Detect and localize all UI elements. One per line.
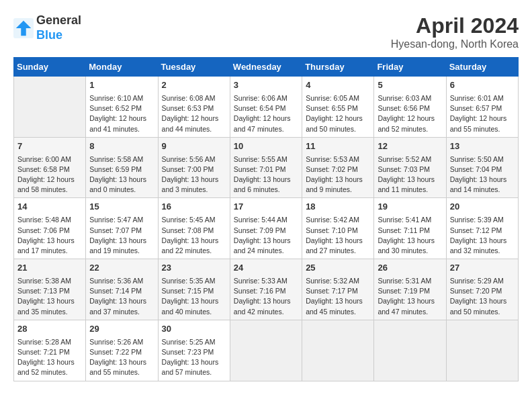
day-number: 4 xyxy=(306,79,370,92)
day-number: 30 xyxy=(162,323,226,336)
calendar-table: SundayMondayTuesdayWednesdayThursdayFrid… xyxy=(13,57,519,381)
day-sun-info: Sunrise: 5:26 AMSunset: 7:22 PMDaylight:… xyxy=(89,337,154,378)
calendar-cell: 19Sunrise: 5:41 AMSunset: 7:11 PMDayligh… xyxy=(374,198,446,259)
calendar-cell: 7Sunrise: 6:00 AMSunset: 6:58 PMDaylight… xyxy=(14,137,86,198)
day-number: 25 xyxy=(306,262,370,275)
day-sun-info: Sunrise: 6:10 AMSunset: 6:52 PMDaylight:… xyxy=(89,93,154,134)
calendar-week-row: 21Sunrise: 5:38 AMSunset: 7:13 PMDayligh… xyxy=(14,259,519,320)
calendar-subtitle: Hyesan-dong, North Korea xyxy=(391,38,519,50)
day-sun-info: Sunrise: 5:48 AMSunset: 7:06 PMDaylight:… xyxy=(17,215,82,256)
day-number: 19 xyxy=(378,201,442,214)
day-number: 14 xyxy=(17,201,82,214)
day-sun-info: Sunrise: 5:31 AMSunset: 7:19 PMDaylight:… xyxy=(378,276,442,317)
day-sun-info: Sunrise: 6:03 AMSunset: 6:56 PMDaylight:… xyxy=(378,93,442,134)
day-sun-info: Sunrise: 5:53 AMSunset: 7:02 PMDaylight:… xyxy=(306,154,370,195)
calendar-cell: 14Sunrise: 5:48 AMSunset: 7:06 PMDayligh… xyxy=(14,198,86,259)
day-number: 26 xyxy=(378,262,442,275)
day-sun-info: Sunrise: 5:25 AMSunset: 7:23 PMDaylight:… xyxy=(162,337,226,378)
day-number: 10 xyxy=(234,140,298,153)
day-number: 27 xyxy=(450,262,515,275)
title-block: April 2024 Hyesan-dong, North Korea xyxy=(391,13,519,50)
calendar-cell: 11Sunrise: 5:53 AMSunset: 7:02 PMDayligh… xyxy=(302,137,374,198)
day-number: 12 xyxy=(378,140,442,153)
calendar-cell: 30Sunrise: 5:25 AMSunset: 7:23 PMDayligh… xyxy=(158,320,230,381)
day-sun-info: Sunrise: 6:06 AMSunset: 6:54 PMDaylight:… xyxy=(234,93,298,134)
day-sun-info: Sunrise: 5:41 AMSunset: 7:11 PMDaylight:… xyxy=(378,215,442,256)
calendar-week-row: 14Sunrise: 5:48 AMSunset: 7:06 PMDayligh… xyxy=(14,198,519,259)
day-sun-info: Sunrise: 6:01 AMSunset: 6:57 PMDaylight:… xyxy=(450,93,515,134)
calendar-cell: 3Sunrise: 6:06 AMSunset: 6:54 PMDaylight… xyxy=(230,77,302,138)
calendar-cell: 24Sunrise: 5:33 AMSunset: 7:16 PMDayligh… xyxy=(230,259,302,320)
day-number: 9 xyxy=(162,140,226,153)
day-sun-info: Sunrise: 5:32 AMSunset: 7:17 PMDaylight:… xyxy=(306,276,370,317)
day-sun-info: Sunrise: 5:50 AMSunset: 7:04 PMDaylight:… xyxy=(450,154,515,195)
day-number: 29 xyxy=(89,323,154,336)
weekday-header: Friday xyxy=(374,58,446,77)
day-sun-info: Sunrise: 5:45 AMSunset: 7:08 PMDaylight:… xyxy=(162,215,226,256)
day-number: 23 xyxy=(162,262,226,275)
day-number: 6 xyxy=(450,79,515,92)
calendar-week-row: 1Sunrise: 6:10 AMSunset: 6:52 PMDaylight… xyxy=(14,77,519,138)
calendar-cell: 16Sunrise: 5:45 AMSunset: 7:08 PMDayligh… xyxy=(158,198,230,259)
calendar-week-row: 28Sunrise: 5:28 AMSunset: 7:21 PMDayligh… xyxy=(14,320,519,381)
day-sun-info: Sunrise: 5:39 AMSunset: 7:12 PMDaylight:… xyxy=(450,215,515,256)
calendar-cell: 21Sunrise: 5:38 AMSunset: 7:13 PMDayligh… xyxy=(14,259,86,320)
calendar-cell xyxy=(14,77,86,138)
day-number: 17 xyxy=(234,201,298,214)
day-sun-info: Sunrise: 6:08 AMSunset: 6:53 PMDaylight:… xyxy=(162,93,226,134)
day-sun-info: Sunrise: 5:47 AMSunset: 7:07 PMDaylight:… xyxy=(89,215,154,256)
day-number: 20 xyxy=(450,201,515,214)
calendar-cell: 25Sunrise: 5:32 AMSunset: 7:17 PMDayligh… xyxy=(302,259,374,320)
day-sun-info: Sunrise: 5:38 AMSunset: 7:13 PMDaylight:… xyxy=(17,276,82,317)
day-sun-info: Sunrise: 5:58 AMSunset: 6:59 PMDaylight:… xyxy=(89,154,154,195)
calendar-cell: 26Sunrise: 5:31 AMSunset: 7:19 PMDayligh… xyxy=(374,259,446,320)
day-number: 11 xyxy=(306,140,370,153)
day-number: 18 xyxy=(306,201,370,214)
calendar-cell: 9Sunrise: 5:56 AMSunset: 7:00 PMDaylight… xyxy=(158,137,230,198)
calendar-week-row: 7Sunrise: 6:00 AMSunset: 6:58 PMDaylight… xyxy=(14,137,519,198)
weekday-header: Wednesday xyxy=(230,58,302,77)
page-header: General Blue April 2024 Hyesan-dong, Nor… xyxy=(13,13,519,50)
day-sun-info: Sunrise: 5:52 AMSunset: 7:03 PMDaylight:… xyxy=(378,154,442,195)
day-number: 2 xyxy=(162,79,226,92)
day-number: 21 xyxy=(17,262,82,275)
calendar-cell xyxy=(230,320,302,381)
weekday-header: Saturday xyxy=(446,58,518,77)
calendar-cell: 5Sunrise: 6:03 AMSunset: 6:56 PMDaylight… xyxy=(374,77,446,138)
calendar-cell: 4Sunrise: 6:05 AMSunset: 6:55 PMDaylight… xyxy=(302,77,374,138)
calendar-cell: 29Sunrise: 5:26 AMSunset: 7:22 PMDayligh… xyxy=(86,320,158,381)
weekday-header: Sunday xyxy=(14,58,86,77)
day-number: 5 xyxy=(378,79,442,92)
day-number: 13 xyxy=(450,140,515,153)
calendar-cell: 1Sunrise: 6:10 AMSunset: 6:52 PMDaylight… xyxy=(86,77,158,138)
weekday-header: Monday xyxy=(86,58,158,77)
calendar-cell: 20Sunrise: 5:39 AMSunset: 7:12 PMDayligh… xyxy=(446,198,518,259)
day-sun-info: Sunrise: 5:42 AMSunset: 7:10 PMDaylight:… xyxy=(306,215,370,256)
logo: General Blue xyxy=(13,13,81,42)
day-sun-info: Sunrise: 5:35 AMSunset: 7:15 PMDaylight:… xyxy=(162,276,226,317)
calendar-cell xyxy=(302,320,374,381)
day-number: 8 xyxy=(89,140,154,153)
calendar-cell: 18Sunrise: 5:42 AMSunset: 7:10 PMDayligh… xyxy=(302,198,374,259)
day-sun-info: Sunrise: 6:05 AMSunset: 6:55 PMDaylight:… xyxy=(306,93,370,134)
calendar-cell: 13Sunrise: 5:50 AMSunset: 7:04 PMDayligh… xyxy=(446,137,518,198)
day-sun-info: Sunrise: 6:00 AMSunset: 6:58 PMDaylight:… xyxy=(17,154,82,195)
day-number: 24 xyxy=(234,262,298,275)
day-sun-info: Sunrise: 5:56 AMSunset: 7:00 PMDaylight:… xyxy=(162,154,226,195)
day-sun-info: Sunrise: 5:28 AMSunset: 7:21 PMDaylight:… xyxy=(17,337,82,378)
day-sun-info: Sunrise: 5:29 AMSunset: 7:20 PMDaylight:… xyxy=(450,276,515,317)
day-number: 15 xyxy=(89,201,154,214)
logo-line2: Blue xyxy=(36,28,81,43)
calendar-cell xyxy=(446,320,518,381)
day-sun-info: Sunrise: 5:55 AMSunset: 7:01 PMDaylight:… xyxy=(234,154,298,195)
weekday-header-row: SundayMondayTuesdayWednesdayThursdayFrid… xyxy=(14,58,519,77)
day-number: 1 xyxy=(89,79,154,92)
calendar-cell: 6Sunrise: 6:01 AMSunset: 6:57 PMDaylight… xyxy=(446,77,518,138)
calendar-cell: 8Sunrise: 5:58 AMSunset: 6:59 PMDaylight… xyxy=(86,137,158,198)
day-number: 16 xyxy=(162,201,226,214)
calendar-cell: 10Sunrise: 5:55 AMSunset: 7:01 PMDayligh… xyxy=(230,137,302,198)
calendar-cell: 27Sunrise: 5:29 AMSunset: 7:20 PMDayligh… xyxy=(446,259,518,320)
weekday-header: Thursday xyxy=(302,58,374,77)
day-number: 22 xyxy=(89,262,154,275)
day-number: 3 xyxy=(234,79,298,92)
